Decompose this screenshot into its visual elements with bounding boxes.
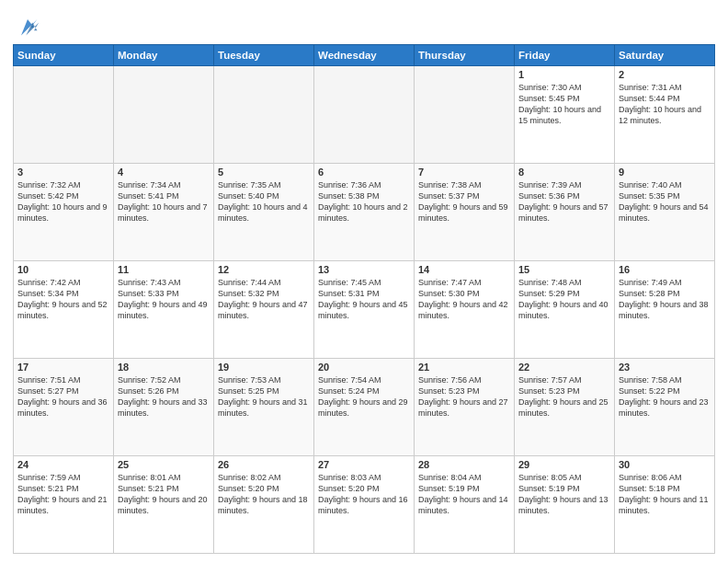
week-row-5: 24Sunrise: 7:59 AM Sunset: 5:21 PM Dayli…: [14, 456, 715, 554]
day-number: 6: [318, 167, 410, 178]
calendar-cell: 22Sunrise: 7:57 AM Sunset: 5:23 PM Dayli…: [515, 359, 615, 456]
calendar-cell: 28Sunrise: 8:04 AM Sunset: 5:19 PM Dayli…: [415, 456, 515, 554]
logo-icon: [15, 13, 40, 39]
calendar-cell: [314, 66, 415, 164]
calendar-cell: [114, 66, 214, 164]
calendar-cell: 10Sunrise: 7:42 AM Sunset: 5:34 PM Dayli…: [14, 261, 114, 359]
day-number: 11: [118, 264, 210, 275]
day-info: Sunrise: 7:30 AM Sunset: 5:45 PM Dayligh…: [518, 82, 610, 127]
day-info: Sunrise: 7:51 AM Sunset: 5:27 PM Dayligh…: [17, 374, 109, 419]
day-number: 14: [418, 264, 510, 275]
calendar-cell: 12Sunrise: 7:44 AM Sunset: 5:32 PM Dayli…: [214, 261, 314, 359]
day-info: Sunrise: 7:32 AM Sunset: 5:42 PM Dayligh…: [17, 179, 109, 224]
day-info: Sunrise: 7:44 AM Sunset: 5:32 PM Dayligh…: [218, 277, 310, 322]
day-number: 20: [318, 362, 410, 373]
day-number: 16: [619, 264, 711, 275]
calendar-cell: 11Sunrise: 7:43 AM Sunset: 5:33 PM Dayli…: [114, 261, 214, 359]
day-info: Sunrise: 8:01 AM Sunset: 5:21 PM Dayligh…: [118, 472, 210, 517]
calendar-cell: 19Sunrise: 7:53 AM Sunset: 5:25 PM Dayli…: [214, 359, 314, 456]
calendar-cell: 17Sunrise: 7:51 AM Sunset: 5:27 PM Dayli…: [14, 359, 114, 456]
day-number: 23: [619, 362, 711, 373]
day-info: Sunrise: 7:35 AM Sunset: 5:40 PM Dayligh…: [218, 179, 310, 224]
calendar-cell: 30Sunrise: 8:06 AM Sunset: 5:18 PM Dayli…: [615, 456, 715, 554]
day-of-week-monday: Monday: [114, 45, 214, 66]
calendar-cell: 16Sunrise: 7:49 AM Sunset: 5:28 PM Dayli…: [615, 261, 715, 359]
day-info: Sunrise: 7:39 AM Sunset: 5:36 PM Dayligh…: [518, 179, 610, 224]
calendar-cell: 9Sunrise: 7:40 AM Sunset: 5:35 PM Daylig…: [615, 164, 715, 261]
calendar-cell: 6Sunrise: 7:36 AM Sunset: 5:38 PM Daylig…: [314, 164, 415, 261]
day-number: 18: [118, 362, 210, 373]
week-row-4: 17Sunrise: 7:51 AM Sunset: 5:27 PM Dayli…: [14, 359, 715, 456]
day-number: 28: [418, 459, 510, 470]
day-of-week-wednesday: Wednesday: [314, 45, 415, 66]
day-number: 25: [118, 459, 210, 470]
day-number: 26: [218, 459, 310, 470]
day-info: Sunrise: 7:53 AM Sunset: 5:25 PM Dayligh…: [218, 374, 310, 419]
calendar-cell: 29Sunrise: 8:05 AM Sunset: 5:19 PM Dayli…: [515, 456, 615, 554]
day-number: 1: [518, 69, 610, 80]
day-info: Sunrise: 7:38 AM Sunset: 5:37 PM Dayligh…: [418, 179, 510, 224]
day-info: Sunrise: 7:42 AM Sunset: 5:34 PM Dayligh…: [17, 277, 109, 322]
day-info: Sunrise: 7:45 AM Sunset: 5:31 PM Dayligh…: [318, 277, 410, 322]
day-number: 22: [518, 362, 610, 373]
calendar-cell: 5Sunrise: 7:35 AM Sunset: 5:40 PM Daylig…: [214, 164, 314, 261]
day-info: Sunrise: 7:31 AM Sunset: 5:44 PM Dayligh…: [619, 82, 711, 127]
day-number: 3: [17, 167, 109, 178]
calendar-cell: 25Sunrise: 8:01 AM Sunset: 5:21 PM Dayli…: [114, 456, 214, 554]
week-row-3: 10Sunrise: 7:42 AM Sunset: 5:34 PM Dayli…: [14, 261, 715, 359]
day-of-week-thursday: Thursday: [415, 45, 515, 66]
day-info: Sunrise: 8:03 AM Sunset: 5:20 PM Dayligh…: [318, 472, 410, 517]
logo: [13, 13, 40, 39]
calendar-cell: [14, 66, 114, 164]
day-info: Sunrise: 8:05 AM Sunset: 5:19 PM Dayligh…: [518, 472, 610, 517]
day-number: 8: [518, 167, 610, 178]
day-info: Sunrise: 7:56 AM Sunset: 5:23 PM Dayligh…: [418, 374, 510, 419]
calendar-cell: 3Sunrise: 7:32 AM Sunset: 5:42 PM Daylig…: [14, 164, 114, 261]
day-number: 7: [418, 167, 510, 178]
calendar-table: SundayMondayTuesdayWednesdayThursdayFrid…: [13, 44, 715, 554]
day-info: Sunrise: 7:57 AM Sunset: 5:23 PM Dayligh…: [518, 374, 610, 419]
day-of-week-sunday: Sunday: [14, 45, 114, 66]
day-info: Sunrise: 7:43 AM Sunset: 5:33 PM Dayligh…: [118, 277, 210, 322]
day-info: Sunrise: 7:58 AM Sunset: 5:22 PM Dayligh…: [619, 374, 711, 419]
day-of-week-tuesday: Tuesday: [214, 45, 314, 66]
calendar-cell: 20Sunrise: 7:54 AM Sunset: 5:24 PM Dayli…: [314, 359, 415, 456]
day-info: Sunrise: 8:02 AM Sunset: 5:20 PM Dayligh…: [218, 472, 310, 517]
calendar-cell: 18Sunrise: 7:52 AM Sunset: 5:26 PM Dayli…: [114, 359, 214, 456]
day-number: 12: [218, 264, 310, 275]
day-number: 27: [318, 459, 410, 470]
calendar-cell: 27Sunrise: 8:03 AM Sunset: 5:20 PM Dayli…: [314, 456, 415, 554]
calendar-cell: 26Sunrise: 8:02 AM Sunset: 5:20 PM Dayli…: [214, 456, 314, 554]
calendar-cell: 14Sunrise: 7:47 AM Sunset: 5:30 PM Dayli…: [415, 261, 515, 359]
day-number: 5: [218, 167, 310, 178]
day-of-week-saturday: Saturday: [615, 45, 715, 66]
calendar-cell: 8Sunrise: 7:39 AM Sunset: 5:36 PM Daylig…: [515, 164, 615, 261]
calendar-cell: 15Sunrise: 7:48 AM Sunset: 5:29 PM Dayli…: [515, 261, 615, 359]
calendar-cell: 1Sunrise: 7:30 AM Sunset: 5:45 PM Daylig…: [515, 66, 615, 164]
header: [13, 9, 715, 39]
calendar-cell: 13Sunrise: 7:45 AM Sunset: 5:31 PM Dayli…: [314, 261, 415, 359]
calendar-header-row: SundayMondayTuesdayWednesdayThursdayFrid…: [14, 45, 715, 66]
calendar-cell: [214, 66, 314, 164]
day-number: 29: [518, 459, 610, 470]
day-number: 19: [218, 362, 310, 373]
svg-marker-0: [21, 19, 38, 36]
day-info: Sunrise: 7:59 AM Sunset: 5:21 PM Dayligh…: [17, 472, 109, 517]
day-info: Sunrise: 7:48 AM Sunset: 5:29 PM Dayligh…: [518, 277, 610, 322]
week-row-1: 1Sunrise: 7:30 AM Sunset: 5:45 PM Daylig…: [14, 66, 715, 164]
day-number: 9: [619, 167, 711, 178]
calendar-cell: 24Sunrise: 7:59 AM Sunset: 5:21 PM Dayli…: [14, 456, 114, 554]
calendar-cell: 2Sunrise: 7:31 AM Sunset: 5:44 PM Daylig…: [615, 66, 715, 164]
day-info: Sunrise: 8:04 AM Sunset: 5:19 PM Dayligh…: [418, 472, 510, 517]
day-number: 13: [318, 264, 410, 275]
day-info: Sunrise: 7:47 AM Sunset: 5:30 PM Dayligh…: [418, 277, 510, 322]
day-number: 21: [418, 362, 510, 373]
day-info: Sunrise: 8:06 AM Sunset: 5:18 PM Dayligh…: [619, 472, 711, 517]
day-number: 24: [17, 459, 109, 470]
calendar-cell: 4Sunrise: 7:34 AM Sunset: 5:41 PM Daylig…: [114, 164, 214, 261]
day-number: 10: [17, 264, 109, 275]
day-number: 30: [619, 459, 711, 470]
calendar-cell: [415, 66, 515, 164]
day-number: 2: [619, 69, 711, 80]
day-of-week-friday: Friday: [515, 45, 615, 66]
